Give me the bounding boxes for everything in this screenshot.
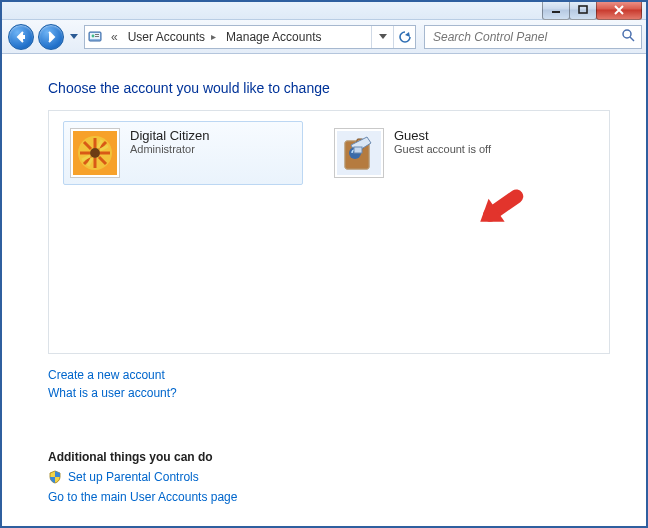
avatar [334, 128, 384, 178]
svg-rect-6 [95, 36, 99, 37]
account-name: Digital Citizen [130, 128, 209, 143]
address-dropdown[interactable] [371, 26, 393, 48]
search-icon [621, 28, 635, 45]
refresh-button[interactable] [393, 26, 415, 48]
chevron-right-icon: ▸ [209, 31, 218, 42]
search-input[interactable] [431, 29, 621, 45]
link-create-account[interactable]: Create a new account [48, 368, 165, 382]
svg-rect-29 [354, 147, 362, 153]
account-card-digital-citizen[interactable]: Digital Citizen Administrator [63, 121, 303, 185]
maximize-button[interactable] [569, 0, 597, 20]
nav-history-dropdown[interactable] [68, 24, 80, 50]
search-box[interactable] [424, 25, 642, 49]
breadcrumb-manage-accounts[interactable]: Manage Accounts [222, 26, 325, 48]
control-panel-icon [85, 29, 105, 45]
link-main-user-accounts[interactable]: Go to the main User Accounts page [48, 490, 237, 504]
shield-icon [48, 470, 62, 484]
svg-rect-0 [552, 11, 560, 13]
navigation-toolbar: « User Accounts ▸ Manage Accounts [2, 20, 646, 54]
breadcrumb-label: Manage Accounts [226, 30, 321, 44]
close-button[interactable] [596, 0, 642, 20]
avatar [70, 128, 120, 178]
svg-line-8 [630, 37, 634, 41]
account-role: Guest account is off [394, 143, 491, 155]
breadcrumb-user-accounts[interactable]: User Accounts ▸ [124, 26, 222, 48]
footer: Additional things you can do Set up Pare… [48, 450, 610, 508]
account-role: Administrator [130, 143, 209, 155]
link-parental-controls[interactable]: Set up Parental Controls [68, 470, 199, 484]
address-bar[interactable]: « User Accounts ▸ Manage Accounts [84, 25, 416, 49]
accounts-panel: Digital Citizen Administrator [48, 110, 610, 354]
forward-button[interactable] [38, 24, 64, 50]
link-what-is-account[interactable]: What is a user account? [48, 386, 177, 400]
panel-links: Create a new account What is a user acco… [48, 366, 610, 402]
window-controls [543, 0, 642, 20]
breadcrumb-overflow[interactable]: « [105, 30, 124, 44]
footer-heading: Additional things you can do [48, 450, 610, 464]
svg-point-11 [90, 148, 100, 158]
svg-point-7 [623, 30, 631, 38]
account-card-guest[interactable]: Guest Guest account is off [327, 121, 567, 185]
breadcrumb-label: User Accounts [128, 30, 205, 44]
svg-rect-5 [95, 34, 99, 35]
page-heading: Choose the account you would like to cha… [48, 80, 610, 96]
minimize-button[interactable] [542, 0, 570, 20]
svg-point-4 [92, 34, 95, 37]
back-button[interactable] [8, 24, 34, 50]
content-area: Choose the account you would like to cha… [2, 54, 646, 526]
account-name: Guest [394, 128, 491, 143]
svg-rect-1 [579, 6, 587, 13]
window-titlebar [2, 2, 646, 20]
